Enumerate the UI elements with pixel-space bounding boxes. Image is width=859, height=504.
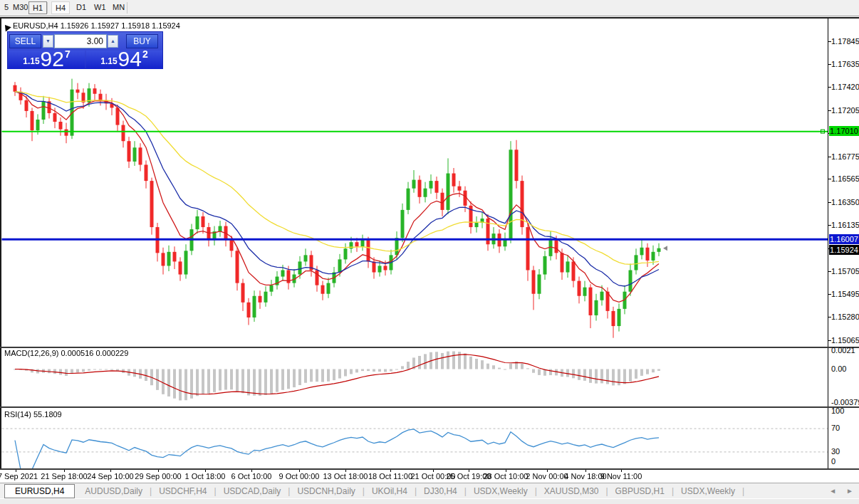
volume-increase-button[interactable]: ▲ [108,35,118,48]
bid-price-big: 92 [41,50,64,68]
price-axis-tick-label: 1.16135 [831,221,859,229]
price-axis-tick-label: 1.16350 [831,198,859,206]
macd-name: MACD(12,26,9) [4,349,58,357]
chart-tab-dj30-h4[interactable]: DJ30,H4 [417,485,464,497]
date-axis-label: 24 Sep 10:00 [87,472,133,481]
date-axis-label: 29 Sep 00:00 [135,472,181,481]
bid-price-box[interactable]: 1.15 92 7 [9,51,85,69]
spinner-up-icon: ▲ [110,38,115,43]
price-axis-tick-label: 1.16775 [831,152,859,161]
last-price-label: 1.15924 [829,245,859,255]
sell-button[interactable]: SELL [9,34,41,48]
rsi-panel-separator[interactable] [0,406,859,408]
timeframe-button-h1[interactable]: H1 [28,1,47,14]
date-axis-label: 13 Oct 18:00 [323,472,368,481]
date-axis-label: 21 Sep 18:00 [41,472,87,481]
date-axis-label: 28 Oct 10:00 [484,472,529,481]
rsi-name: RSI(14) [4,410,31,419]
date-axis-label: 9 Nov 11:00 [600,472,642,481]
chart-tab-usdchf-h4[interactable]: USDCHF,H4 [152,485,214,497]
timeframe-button-h4[interactable]: H4 [51,1,70,14]
chart-tab-bar: ◄ ► EURUSD,H4AUDUSD,Daily|USDCHF,H4|USDC… [0,483,859,498]
bid-price-small: 1.15 [23,56,39,66]
chart-tab-usdcnh-daily[interactable]: USDCNH,Daily [290,485,362,497]
rsi-value: 55.1809 [33,410,62,419]
one-click-trading-panel: SELL ▼ ▲ BUY 1.15 92 7 1.15 94 2 [7,31,163,69]
price-axis-tick-label: 1.15280 [831,313,859,321]
price-axis-tick-label: 1.17635 [831,60,859,68]
ask-price-small: 1.15 [100,56,117,66]
timeframe-toolbar: 5M30H1H4D1W1MN [0,0,859,16]
macd-axis-min: -0.003798 [831,398,859,406]
date-axis-label: 6 Oct 10:00 [231,472,272,481]
chart-tab-gbpusd-h1[interactable]: GBPUSD,H1 [608,485,672,497]
chart-tab-usdcad-daily[interactable]: USDCAD,Daily [217,485,288,497]
price-axis-tick-label: 1.17845 [831,37,859,46]
chart-title: EURUSD,H4 1.15926 1.15927 1.15918 1.1592… [13,21,180,30]
macd-axis-zero: 0.00 [831,364,846,373]
tab-separator: | [742,486,744,496]
chart-expand-arrow-icon[interactable] [3,22,11,31]
timeframe-button-d1[interactable]: D1 [73,1,90,14]
chart-symbol-period: EURUSD,H4 [13,21,58,30]
rsi-axis-100: 100 [831,406,844,415]
toolbar-separator [47,2,48,14]
chart-quotes: 1.15926 1.15927 1.15918 1.15924 [61,21,180,30]
toolbar-separator [127,2,127,14]
timeframe-button-w1[interactable]: W1 [91,1,109,14]
tab-scroll-nav: ◄ ► [829,487,853,495]
tab-scroll-right-icon[interactable]: ► [846,487,853,495]
timeframe-button-mn[interactable]: MN [110,1,127,14]
chart-tab-xauusd-m30[interactable]: XAUUSD,M30 [537,485,606,497]
date-axis-label: 1 Oct 18:00 [185,472,226,481]
date-axis-label: 18 Oct 11:00 [368,472,412,481]
date-axis-label: 2 Nov 00:00 [526,472,568,481]
spinner-down-icon: ▼ [46,38,51,43]
chart-tab-usdx-weekly[interactable]: USDX,Weekly [674,485,742,497]
rsi-axis-0: 0 [831,457,835,466]
volume-decrease-button[interactable]: ▼ [43,35,53,48]
price-axis-tick-label: 1.15065 [831,336,859,345]
price-axis-tick-label: 1.16565 [831,174,859,183]
volume-input[interactable] [54,34,107,48]
ask-price-pip: 2 [142,48,148,60]
timeframe-button-m30[interactable]: M30 [10,1,31,14]
date-axis-label: 17 Sep 2021 [0,472,38,481]
chart-tab-ukoil-h4[interactable]: UKOil,H4 [365,485,415,497]
chart-tab-usdx-weekly[interactable]: USDX,Weekly [467,485,535,497]
macd-indicator-label: MACD(12,26,9) 0.000516 0.000229 [4,349,128,357]
price-axis-tick-label: 1.15495 [831,290,859,298]
rsi-indicator-label: RSI(14) 55.1809 [4,410,62,419]
mt4-window: 5M30H1H4D1W1MN EURUSD,H4 1.15926 1.15927… [0,0,859,504]
resistance-price-label[interactable]: 1.17010 [829,126,859,136]
date-axis: 17 Sep 202121 Sep 18:0024 Sep 10:0029 Se… [0,470,859,482]
bid-price-pip: 7 [65,48,71,60]
date-axis-label: 9 Oct 00:00 [279,472,320,481]
tab-scroll-left-icon[interactable]: ◄ [829,487,836,495]
chart-tab-audusd-daily[interactable]: AUDUSD,Daily [78,485,150,497]
macd-values: 0.000516 0.000229 [61,349,128,357]
status-strip [0,498,859,504]
rsi-chart-canvas[interactable] [1,408,828,468]
buy-button[interactable]: BUY [126,34,158,48]
ask-price-box[interactable]: 1.15 94 2 [86,51,162,69]
price-axis-tick-label: 1.15705 [831,267,859,275]
price-axis-tick-label: 1.17205 [831,106,859,115]
chart-tab-eurusd-h4[interactable]: EURUSD,H4 [4,484,75,498]
support-price-label[interactable]: 1.16007 [829,234,859,244]
rsi-axis-70: 70 [831,424,840,432]
ask-price-big: 94 [118,50,142,68]
macd-axis-max: 0.0021 [831,346,855,355]
rsi-axis-30: 30 [831,447,840,456]
price-axis-tick-label: 1.17420 [831,83,859,91]
macd-panel-separator[interactable] [0,347,859,348]
